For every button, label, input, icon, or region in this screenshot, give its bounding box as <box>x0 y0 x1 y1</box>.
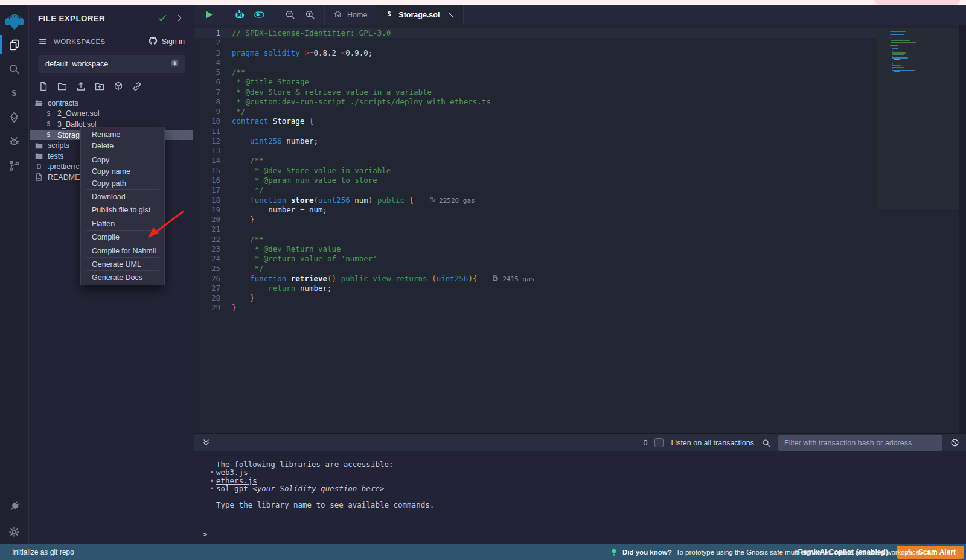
solidity-compiler-icon[interactable]: S <box>0 81 29 105</box>
ai-assistant-robot-icon[interactable] <box>233 9 245 21</box>
tab-storage-sol[interactable]: SStorage.sol <box>376 5 464 25</box>
minimap-line <box>890 52 941 54</box>
context-menu-item-generate-uml[interactable]: Generate UML <box>81 258 164 270</box>
terminal-search-icon[interactable] <box>761 438 771 448</box>
context-menu-item-copy[interactable]: Copy <box>81 154 164 165</box>
new-file-icon[interactable] <box>38 81 49 92</box>
git-icon[interactable] <box>0 153 29 177</box>
code-line[interactable]: 28 } <box>194 293 877 303</box>
debugger-icon[interactable] <box>0 129 29 153</box>
sign-in-button[interactable]: Sign in <box>148 36 185 48</box>
code-line[interactable]: 5/** <box>194 68 877 77</box>
context-menu-item-flatten[interactable]: Flatten <box>81 218 164 229</box>
context-menu-item-compile-for-nahmii[interactable]: Compile for Nahmii <box>81 245 164 256</box>
code-line[interactable]: 7 * @dev Store & retrieve value in a var… <box>194 88 877 97</box>
code-line[interactable]: 4 <box>194 58 877 68</box>
code-token: function <box>250 274 291 283</box>
publish-workspace-icon[interactable] <box>113 81 124 92</box>
code-token: number; <box>295 284 331 293</box>
code-line[interactable]: 17 */ <box>194 185 877 195</box>
code-line[interactable]: 2 <box>194 38 877 48</box>
code-line[interactable]: 6 * @title Storage <box>194 77 877 87</box>
tree-item[interactable]: S2_Owner.sol <box>30 109 193 119</box>
code-line[interactable]: 10contract Storage { <box>194 116 877 126</box>
code-line[interactable]: 20 } <box>194 215 877 224</box>
code-line[interactable]: 14 /** <box>194 156 877 165</box>
code-token: * @dev Store & retrieve value in a varia… <box>232 88 432 97</box>
listen-all-transactions-checkbox[interactable] <box>654 438 664 447</box>
code-token: function <box>250 196 291 205</box>
minimap-line <box>890 49 941 51</box>
code-line[interactable]: 12 uint256 number; <box>194 136 877 146</box>
code-line[interactable]: 18 function store(uint256 num) public {2… <box>194 196 877 205</box>
terminal-prompt[interactable]: > <box>203 530 208 539</box>
terminal-collapse-icon[interactable] <box>201 438 211 448</box>
context-menu-item-download[interactable]: Download <box>81 191 164 202</box>
accept-check-icon[interactable] <box>157 13 168 24</box>
code-token: pragma solidity <box>232 48 304 57</box>
code-line[interactable]: 24 * @return value of 'number' <box>194 254 877 264</box>
menu-separator <box>86 244 159 244</box>
zoom-in-icon[interactable] <box>304 9 316 21</box>
chevron-right-icon[interactable] <box>174 13 185 24</box>
tree-item[interactable]: contracts <box>30 98 193 109</box>
plugin-manager-icon[interactable] <box>0 494 29 519</box>
zoom-out-icon[interactable] <box>284 9 296 21</box>
clear-console-icon[interactable] <box>950 438 960 448</box>
code-line[interactable]: 9 */ <box>194 107 877 116</box>
remix-logo-icon[interactable] <box>4 11 25 33</box>
close-icon[interactable] <box>447 11 455 19</box>
search-icon[interactable] <box>0 57 29 81</box>
context-menu-item-rename[interactable]: Rename <box>81 129 164 140</box>
context-menu-item-copy-path[interactable]: Copy path <box>81 177 164 189</box>
line-number: 2 <box>194 38 220 48</box>
terminal-line <box>216 493 966 501</box>
code-line[interactable]: 3pragma solidity >=0.8.2 <0.9.0; <box>194 48 877 58</box>
code-line[interactable]: 8 * @custom:dev-run-script ./scripts/dep… <box>194 97 877 107</box>
git-init-status[interactable]: Initialize as git repo <box>12 548 74 556</box>
code-line[interactable]: 19 number = num; <box>194 205 877 215</box>
file-explorer-icon[interactable] <box>0 33 29 57</box>
code-line[interactable]: 11 <box>194 127 877 136</box>
code-editor[interactable]: 1// SPDX-License-Identifier: GPL-3.023pr… <box>194 25 966 433</box>
code-line[interactable]: 1// SPDX-License-Identifier: GPL-3.0 <box>194 28 877 38</box>
code-line[interactable]: 16 * @param num value to store <box>194 176 877 185</box>
code-line[interactable]: 23 * @dev Return value <box>194 244 877 254</box>
line-content: */ <box>232 107 246 116</box>
ai-copilot-toggle-icon[interactable] <box>253 9 265 21</box>
upload-file-icon[interactable] <box>75 81 86 92</box>
terminal-panel[interactable]: The following libraries are accessible:•… <box>194 451 966 544</box>
context-menu-item-delete[interactable]: Delete <box>81 140 164 151</box>
code-line[interactable]: 22 /** <box>194 235 877 244</box>
code-line[interactable]: 15 * @dev Store value in variable <box>194 166 877 176</box>
context-menu-item-generate-docs[interactable]: Generate Docs <box>81 272 164 283</box>
code-line[interactable]: 25 */ <box>194 264 877 273</box>
transaction-filter-input[interactable] <box>778 435 942 451</box>
code-line[interactable]: 27 return number; <box>194 284 877 293</box>
upload-folder-icon[interactable] <box>94 81 105 92</box>
context-menu-item-compile[interactable]: Compile <box>81 231 164 243</box>
editor-scrollbar[interactable] <box>959 25 966 433</box>
workspaces-menu-icon[interactable] <box>38 37 48 46</box>
run-script-icon[interactable] <box>202 9 214 21</box>
code-token <box>232 136 250 145</box>
minimap-line <box>890 70 941 71</box>
line-content: * @return value of 'number' <box>232 254 377 263</box>
code-token: * @title Storage <box>232 77 309 86</box>
link-workspace-icon[interactable] <box>132 81 142 92</box>
code-line[interactable]: 29} <box>194 303 877 313</box>
settings-icon[interactable] <box>0 519 29 544</box>
code-token: /** <box>232 68 246 77</box>
editor-minimap[interactable] <box>877 28 959 433</box>
code-line[interactable]: 13 <box>194 146 877 156</box>
code-line[interactable]: 21 <box>194 224 877 234</box>
new-folder-icon[interactable] <box>57 81 68 92</box>
code-line[interactable]: 26 function retrieve() public view retur… <box>194 274 877 284</box>
scam-alert-label: Scam Alert <box>918 548 956 556</box>
deploy-and-run-icon[interactable] <box>0 105 29 129</box>
tab-home[interactable]: Home <box>324 5 376 25</box>
minimap-line <box>890 63 941 65</box>
workspace-select[interactable]: default_workspace <box>38 55 185 73</box>
context-menu-item-publish-file-to-gist[interactable]: Publish file to gist <box>81 204 164 215</box>
context-menu-item-copy-name[interactable]: Copy name <box>81 165 164 177</box>
